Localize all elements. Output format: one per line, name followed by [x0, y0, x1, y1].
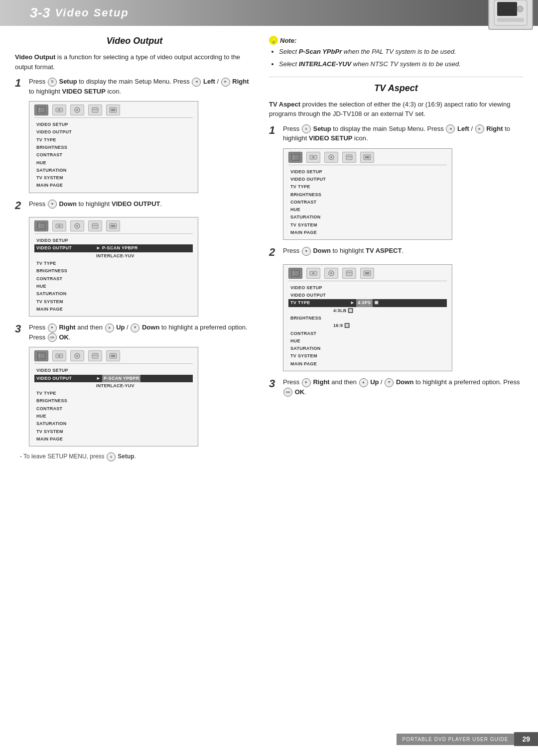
menu-item: TV SYSTEM	[34, 428, 193, 435]
menu-icon-2-1	[34, 220, 48, 231]
note-title: 💡 Note:	[269, 36, 523, 45]
menu-item: TV TYPE	[288, 183, 447, 191]
menu-item: 4:3LB 🔲	[288, 307, 447, 315]
step-2-right: 2 Press ▼ Down to highlight TV ASPECT.	[269, 246, 523, 259]
menu-item: HUE	[34, 283, 193, 290]
svg-rect-20	[92, 223, 98, 228]
menu-screenshot-2-left: VIDEO SETUP VIDEO OUTPUT ► P-SCAN YPBPR …	[29, 217, 198, 317]
menu-item: TV SYSTEM	[288, 221, 447, 229]
step-2-left: 2 Press ▼ Down to highlight VIDEO OUTPUT…	[15, 199, 254, 212]
svg-rect-1	[497, 2, 517, 16]
menu-item: MAIN PAGE	[34, 306, 193, 313]
menu-item: VIDEO SETUP	[288, 284, 447, 292]
step-2-left-text: Press ▼ Down to highlight VIDEO OUTPUT.	[29, 199, 254, 209]
step-3-right: 3 Press ► Right and then ▲ Up / ▼ Down t…	[269, 377, 523, 397]
menu-item: SATURATION	[34, 290, 193, 298]
right-btn-icon-3: ►	[48, 324, 57, 332]
menu-icon-r2-4	[342, 268, 356, 279]
step-1-left-text: Press S Setup to display the main Setup …	[29, 77, 254, 96]
menu-icons-2	[34, 220, 193, 234]
step-3-right-text: Press ► Right and then ▲ Up / ▼ Down to …	[283, 377, 523, 397]
menu-list-2: VIDEO SETUP VIDEO OUTPUT ► P-SCAN YPBPR …	[34, 237, 193, 313]
menu-item: TV TYPE	[34, 390, 193, 397]
menu-screenshot-2-right: VIDEO SETUP VIDEO OUTPUT TV TYPE ► 4:3PS…	[283, 264, 452, 371]
menu-item: VIDEO OUTPUT	[288, 176, 447, 183]
menu-item: MAIN PAGE	[288, 360, 447, 368]
menu-list-3: VIDEO SETUP VIDEO OUTPUT ► P-SCAN YPBPR …	[34, 367, 193, 443]
menu-list-r1: VIDEO SETUP VIDEO OUTPUT TV TYPE BRIGHTN…	[288, 168, 447, 237]
menu-item: BRIGHTNESS	[34, 397, 193, 405]
menu-item: VIDEO SETUP	[34, 121, 193, 128]
menu-icon-r2-1	[288, 268, 302, 279]
header-title: Video Setup	[55, 6, 129, 19]
svg-point-19	[76, 225, 78, 227]
menu-icon-3-1	[34, 350, 48, 361]
menu-item: CONTRAST	[34, 151, 193, 159]
svg-rect-24	[37, 353, 45, 359]
svg-rect-23	[111, 225, 115, 227]
svg-rect-43	[365, 156, 369, 158]
left-btn-icon: ◄	[192, 78, 201, 87]
step-number-3: 3	[15, 323, 25, 335]
menu-icons-r2	[288, 268, 447, 281]
menu-icon-r2-5	[360, 268, 374, 279]
menu-item: CONTRAST	[288, 199, 447, 206]
menu-icon-2-2	[52, 220, 66, 231]
menu-item: MAIN PAGE	[34, 182, 193, 189]
menu-item: 16:9 🔲	[288, 322, 447, 329]
step-number-r2: 2	[269, 246, 279, 259]
menu-item: CONTRAST	[34, 405, 193, 413]
left-btn-icon-r1: ◄	[446, 124, 455, 133]
step-number-2: 2	[15, 199, 25, 212]
menu-item: TV SYSTEM	[34, 174, 193, 182]
step-1-right: 1 Press S Setup to display the main Setu…	[269, 124, 523, 143]
svg-rect-4	[37, 107, 45, 113]
menu-icon-1	[34, 105, 48, 115]
menu-item: VIDEO OUTPUT	[288, 292, 447, 299]
svg-point-27	[58, 355, 60, 357]
tv-aspect-title: TV Aspect	[269, 83, 523, 94]
note-box: 💡 Note: Select P-Scan YPbPr when the PAL…	[269, 36, 523, 70]
page-footer: PORTABLE DVD PLAYER USER GUIDE 29	[0, 732, 538, 746]
svg-rect-44	[291, 270, 299, 276]
svg-point-7	[58, 109, 60, 111]
menu-item: VIDEO SETUP	[34, 237, 193, 244]
step-3-left-text: Press ► Right and then ▲ Up / ▼ Down to …	[29, 323, 254, 342]
menu-icon-r1-5	[360, 152, 374, 163]
down-btn-icon-r2: ▼	[302, 247, 311, 256]
menu-icon-r1-1	[288, 152, 302, 163]
menu-icon-r2-2	[306, 268, 320, 279]
svg-point-47	[312, 272, 314, 274]
menu-icon-3-5	[106, 350, 120, 361]
right-btn-icon-r3: ►	[302, 378, 311, 387]
ok-btn-icon-r3: OK	[283, 388, 292, 397]
svg-rect-34	[291, 154, 299, 160]
svg-rect-40	[346, 155, 352, 160]
svg-rect-50	[346, 271, 352, 276]
pscan-selected: P-SCAN YPBPR	[102, 375, 140, 382]
menu-icon-2-4	[88, 220, 102, 231]
note-icon: 💡	[269, 36, 278, 45]
svg-rect-14	[37, 223, 45, 229]
svg-point-17	[58, 225, 60, 227]
menu-icon-4	[88, 105, 102, 115]
device-thumbnail	[488, 0, 533, 30]
svg-point-29	[76, 355, 78, 357]
menu-icon-3-2	[52, 350, 66, 361]
menu-item: VIDEO SETUP	[34, 367, 193, 374]
menu-icon-2-3	[70, 220, 84, 231]
step-1-left: 1 Press S Setup to display the main Setu…	[15, 77, 254, 96]
menu-item: INTERLACE-YUV	[34, 252, 193, 260]
menu-item: BRIGHTNESS	[34, 144, 193, 151]
svg-rect-13	[111, 109, 115, 111]
svg-point-2	[517, 6, 523, 12]
menu-icon-2	[52, 105, 66, 115]
note-list: Select P-Scan YPbPr when the PAL TV syst…	[269, 47, 523, 70]
menu-icon-r1-4	[342, 152, 356, 163]
step-number-r3: 3	[269, 377, 279, 390]
menu-icons-3	[34, 350, 193, 364]
video-output-intro: Video Output is a function for selecting…	[15, 52, 254, 72]
menu-item: MAIN PAGE	[288, 229, 447, 236]
menu-item: BRIGHTNESS	[288, 315, 447, 322]
menu-icon-3	[70, 105, 84, 115]
